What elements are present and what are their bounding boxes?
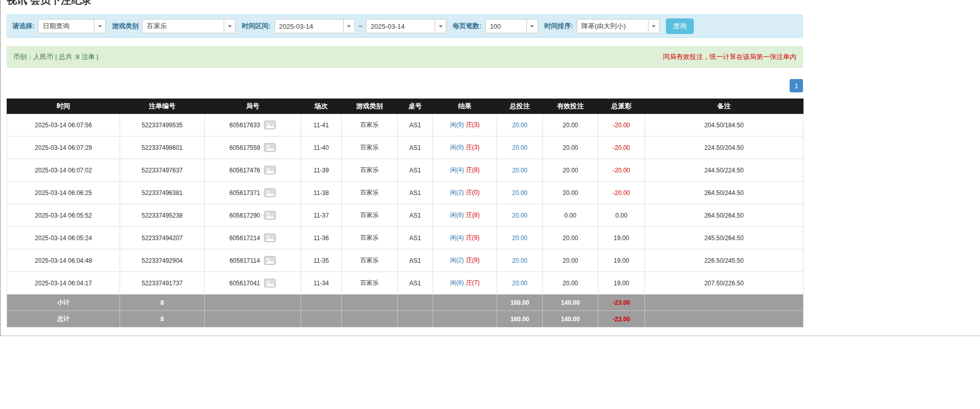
subtotal-valid-bet: 140.00 — [543, 295, 598, 311]
subtotal-row: 小计 8 160.00 140.00 -23.00 — [7, 295, 803, 311]
total-bet-cell: 20.00 — [497, 182, 543, 204]
chevron-down-icon[interactable] — [224, 20, 235, 33]
date-to-value: 2025-03-14 — [366, 20, 435, 33]
sort-group: 时间排序: 降幂(由大到小) — [544, 19, 660, 33]
search-button[interactable]: 查询 — [666, 18, 694, 34]
table-body: 2025-03-14 06:07:56 522337499535 6056176… — [7, 114, 803, 295]
total-bet-cell: 20.00 — [497, 137, 543, 159]
game-type-cell: 百家乐 — [342, 114, 398, 137]
subtotal-label: 小计 — [7, 295, 120, 311]
total-bet-link[interactable]: 20.00 — [512, 167, 527, 174]
game-type-group: 游戏类别 百家乐 — [112, 19, 236, 33]
result-player: 闲(8) — [450, 211, 464, 219]
date-to-picker[interactable]: 2025-03-14 — [366, 19, 446, 33]
query-type-select[interactable]: 日期查询 — [38, 19, 106, 33]
game-type-cell: 百家乐 — [342, 249, 398, 272]
result-banker: 庄(9) — [466, 234, 480, 241]
remark: 224.50/204.50 — [645, 137, 803, 159]
game-type-select[interactable]: 百家乐 — [142, 19, 236, 33]
result-cell: 闲(8)庄(8) — [433, 204, 497, 227]
remark: 226.50/245.50 — [645, 249, 803, 272]
payout: 19.00 — [598, 249, 645, 272]
payout: 0.00 — [598, 204, 645, 227]
total-bet-link[interactable]: 20.00 — [512, 122, 527, 129]
valid-bet: 20.00 — [543, 272, 598, 295]
round-number: 605617041 — [229, 280, 260, 287]
total-bet-link[interactable]: 20.00 — [512, 280, 527, 287]
result-banker: 庄(3) — [466, 144, 480, 151]
total-bet-link[interactable]: 20.00 — [512, 189, 527, 197]
session-number: 11-40 — [301, 137, 342, 159]
total-bet-link[interactable]: 20.00 — [512, 257, 527, 264]
bet-id: 522337492904 — [120, 249, 205, 272]
bet-time: 2025-03-14 06:04:48 — [7, 249, 120, 272]
bet-time: 2025-03-14 06:05:24 — [7, 227, 120, 249]
video-replay-icon[interactable] — [264, 233, 276, 243]
total-total-bet: 160.00 — [497, 311, 543, 327]
total-count: 8 — [120, 311, 205, 327]
round-cell: 605617041 — [205, 272, 301, 295]
column-header: 结果 — [433, 99, 497, 114]
total-bet-link[interactable]: 20.00 — [512, 235, 527, 242]
round-cell: 605617559 — [205, 137, 301, 159]
session-number: 11-35 — [301, 249, 342, 272]
column-header: 注单编号 — [120, 99, 205, 114]
table-header-row: 时间注单编号局号场次游戏类别桌号结果总投注有效投注总派彩备注 — [7, 99, 803, 114]
total-bet-cell: 20.00 — [497, 114, 543, 137]
total-bet-link[interactable]: 20.00 — [512, 144, 527, 151]
video-replay-icon[interactable] — [264, 165, 276, 175]
video-replay-icon[interactable] — [264, 188, 276, 198]
video-replay-icon[interactable] — [264, 278, 276, 288]
remark: 204.50/184.50 — [645, 114, 803, 137]
total-label: 总计 — [7, 311, 120, 327]
result-player: 闲(6) — [450, 279, 464, 286]
video-replay-icon[interactable] — [264, 256, 276, 265]
total-valid-bet: 140.00 — [543, 311, 598, 327]
video-replay-icon[interactable] — [264, 143, 276, 152]
query-type-value: 日期查询 — [38, 20, 94, 33]
page-title: 视讯 会员下注纪录 — [7, 0, 803, 6]
date-from-picker[interactable]: 2025-03-14 — [275, 19, 355, 33]
table-row: 2025-03-14 06:05:52 522337495238 6056172… — [7, 204, 803, 227]
page-size-value: 100 — [486, 20, 526, 33]
subtotal-count: 8 — [120, 295, 205, 311]
table-number: AS1 — [398, 272, 433, 295]
sort-select[interactable]: 降幂(由大到小) — [577, 19, 660, 33]
result-banker: 庄(7) — [466, 279, 480, 286]
chevron-down-icon[interactable] — [648, 20, 659, 33]
column-header: 场次 — [301, 99, 342, 114]
valid-bet: 20.00 — [543, 249, 598, 272]
session-number: 11-38 — [301, 182, 342, 204]
result-cell: 闲(4)庄(9) — [433, 227, 497, 249]
session-number: 11-36 — [301, 227, 342, 249]
query-type-label: 请选择: — [12, 22, 34, 31]
column-header: 局号 — [205, 99, 301, 114]
result-banker: 庄(0) — [466, 189, 480, 196]
table-number: AS1 — [398, 114, 433, 137]
content-container: 视讯 会员下注纪录 请选择: 日期查询 游戏类别 百家乐 时间区间: 2 — [7, 0, 803, 327]
video-replay-icon[interactable] — [264, 210, 276, 220]
round-number: 605617559 — [229, 144, 260, 151]
page-size-select[interactable]: 100 — [485, 19, 538, 33]
chevron-down-icon[interactable] — [435, 20, 446, 33]
bet-time: 2025-03-14 06:07:29 — [7, 137, 120, 159]
pagination: 1 — [7, 79, 803, 92]
date-from-value: 2025-03-14 — [275, 20, 343, 33]
valid-bet-notice: 同局有效投注，统一计算在该局第一张注单内 — [663, 52, 796, 62]
chevron-down-icon[interactable] — [526, 20, 538, 33]
valid-bet: 20.00 — [543, 159, 598, 182]
total-bet-link[interactable]: 20.00 — [512, 212, 527, 219]
result-cell: 闲(2)庄(0) — [433, 182, 497, 204]
subtotal-total-bet: 160.00 — [497, 295, 543, 311]
video-replay-icon[interactable] — [264, 120, 276, 130]
round-number: 605617476 — [229, 167, 260, 174]
game-type-cell: 百家乐 — [342, 227, 398, 249]
game-type-cell: 百家乐 — [342, 272, 398, 295]
date-range-separator: ~ — [359, 23, 363, 30]
page-button-1[interactable]: 1 — [790, 79, 803, 92]
chevron-down-icon[interactable] — [94, 20, 105, 33]
chevron-down-icon[interactable] — [343, 20, 355, 33]
subtotal-payout: -23.00 — [598, 295, 645, 311]
round-number: 605617371 — [229, 189, 260, 197]
sort-label: 时间排序: — [544, 22, 573, 31]
